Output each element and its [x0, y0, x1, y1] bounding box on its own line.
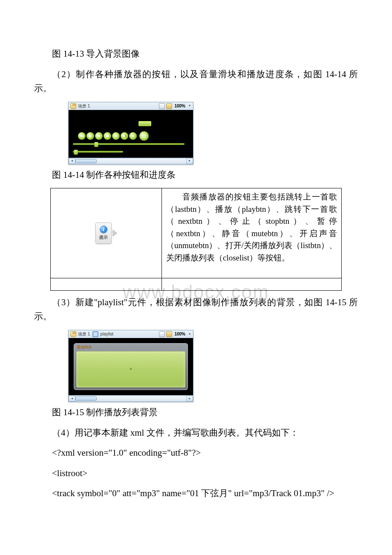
tip-badge: i 提示: [95, 223, 117, 244]
scroll-left-icon[interactable]: ◂: [69, 158, 75, 164]
svg-rect-1: [115, 134, 115, 137]
h-scrollbar[interactable]: ◂ ▸: [69, 395, 193, 402]
stage-canvas: 播放列表 +: [69, 338, 193, 395]
empty-cell: [51, 278, 162, 290]
tool-icon-b[interactable]: [166, 103, 172, 109]
fig-14-15-caption: 图 14-15 制作播放列表背景: [34, 405, 358, 420]
stage-canvas: [69, 110, 193, 158]
list-line-icon: [142, 137, 146, 138]
editor-toolbar: 场景 1 100% ▾: [69, 102, 193, 110]
code-line-2: <listroot>: [34, 466, 358, 481]
registration-mark-icon: +: [130, 366, 132, 373]
scroll-right-icon[interactable]: ▸: [186, 158, 193, 164]
h-scrollbar[interactable]: ◂ ▸: [69, 158, 193, 164]
play-button[interactable]: [86, 132, 94, 140]
fig-14-13-caption: 图 14-13 导入背景图像: [34, 47, 358, 61]
tip-empty-row: [51, 278, 341, 291]
empty-cell: [162, 278, 341, 290]
tip-icon-cell: i 提示: [51, 188, 162, 278]
scroll-track[interactable]: [75, 158, 186, 164]
tip-row: i 提示 音频播放器的按钮主要包括跳转上一首歌（lastbtn）、播放（play…: [51, 188, 341, 278]
fig-14-15: 场景 1 playlist 100% ▾ 播放列表 +: [68, 330, 358, 402]
stop-button[interactable]: [104, 132, 111, 140]
tip-text: 音频播放器的按钮主要包括跳转上一首歌（lastbtn）、播放（playbtn）、…: [166, 191, 337, 264]
toolbar-right: 100% ▾: [159, 331, 191, 338]
scene-crumb[interactable]: 场景 1: [78, 331, 90, 338]
code-line-3: <track symbol="0" att="mp3" name="01 下弦月…: [34, 486, 358, 501]
scene-icon: [70, 103, 76, 109]
next-button[interactable]: [95, 132, 103, 140]
document-page: 图 14-13 导入背景图像 （2）制作各种播放器的按钮，以及音量滑块和播放进度…: [0, 0, 392, 532]
tip-badge-box: i 提示: [95, 223, 112, 244]
player-controls: [78, 131, 149, 141]
last-button[interactable]: [78, 132, 86, 140]
svg-rect-2: [116, 134, 117, 137]
fig-14-14-caption: 图 14-14 制作各种按钮和进度条: [34, 168, 358, 182]
paragraph-step-3: （3）新建"playlist"元件，根据素材图像制作播放列表的背景，如图 14-…: [34, 295, 358, 324]
paragraph-step-4: （4）用记事本新建 xml 文件，并编写歌曲列表。其代码如下：: [34, 426, 358, 440]
symbol-crumb[interactable]: playlist: [100, 331, 113, 338]
svg-line-3: [125, 135, 127, 137]
tip-table: i 提示 音频播放器的按钮主要包括跳转上一首歌（lastbtn）、播放（play…: [50, 188, 342, 291]
toolbar-right: 100% ▾: [159, 103, 191, 110]
zoom-dropdown-icon[interactable]: ▾: [188, 332, 191, 337]
list-button[interactable]: [139, 131, 149, 141]
scroll-thumb[interactable]: [75, 396, 97, 401]
flash-editor-window: 场景 1 100% ▾: [68, 102, 193, 165]
zoom-value[interactable]: 100%: [174, 331, 185, 338]
zoom-value[interactable]: 100%: [174, 103, 185, 110]
pause-button[interactable]: [112, 132, 120, 140]
tool-icon-a[interactable]: [159, 103, 165, 109]
scroll-right-icon[interactable]: ▸: [186, 396, 193, 402]
symbol-icon: [92, 331, 98, 337]
scroll-left-icon[interactable]: ◂: [69, 396, 75, 402]
mute-button[interactable]: [121, 132, 128, 140]
tip-label: 提示: [99, 234, 108, 241]
tip-text-cell: 音频播放器的按钮主要包括跳转上一首歌（lastbtn）、播放（playbtn）、…: [162, 188, 341, 278]
progress-slider[interactable]: [73, 143, 184, 145]
editor-toolbar: 场景 1 playlist 100% ▾: [69, 330, 193, 338]
scene-crumb[interactable]: 场景 1: [78, 103, 90, 110]
display-box: [138, 121, 151, 126]
flash-editor-window-2: 场景 1 playlist 100% ▾ 播放列表 +: [68, 330, 193, 402]
zoom-dropdown-icon[interactable]: ▾: [188, 104, 191, 109]
svg-rect-0: [106, 135, 109, 137]
scroll-track[interactable]: [75, 396, 186, 402]
list-line-icon: [142, 136, 146, 136]
playlist-bg-outer: 播放列表 +: [74, 343, 188, 390]
list-line-icon: [142, 134, 146, 135]
fig-14-14: 场景 1 100% ▾: [68, 102, 358, 165]
tool-icon-b[interactable]: [166, 331, 172, 337]
scroll-thumb[interactable]: [75, 159, 97, 163]
playlist-bg-inner: +: [76, 351, 185, 387]
volume-thumb[interactable]: [74, 150, 78, 155]
volume-slider[interactable]: [73, 151, 123, 153]
progress-thumb[interactable]: [94, 142, 98, 147]
scene-icon: [70, 331, 76, 337]
paragraph-step-2: （2）制作各种播放器的按钮，以及音量滑块和播放进度条，如图 14-14 所示。: [34, 67, 358, 96]
tool-icon-a[interactable]: [159, 331, 165, 337]
playlist-title: 播放列表: [77, 345, 185, 350]
info-icon: i: [100, 225, 107, 233]
unmute-button[interactable]: [129, 132, 137, 140]
code-line-1: <?xml version="1.0" encoding="utf-8"?>: [34, 446, 358, 460]
tip-arrow-icon: [112, 230, 117, 237]
